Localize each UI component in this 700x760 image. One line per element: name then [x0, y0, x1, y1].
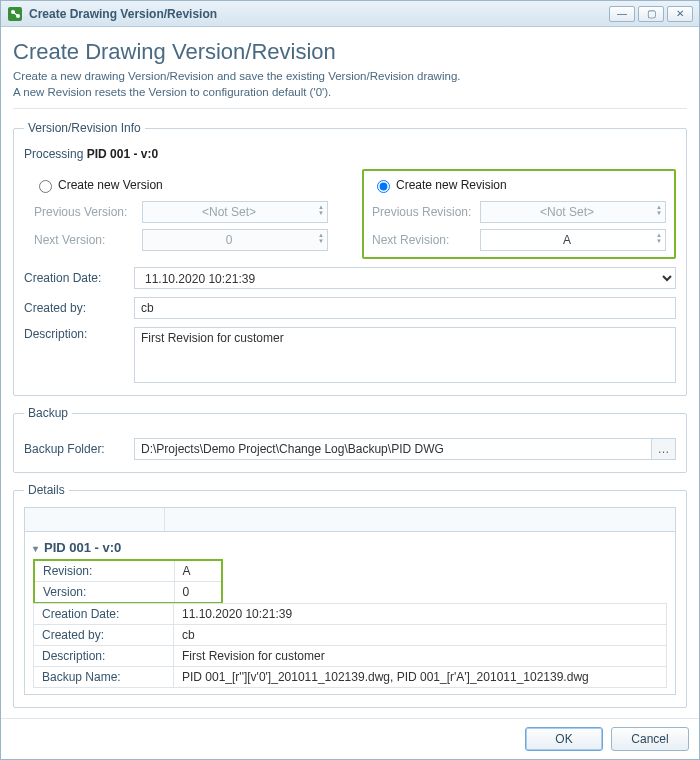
label-previous-version: Previous Version: [34, 205, 134, 219]
spinner-arrows-icon: ▲▼ [656, 204, 662, 220]
label-creation-date: Creation Date: [24, 271, 124, 285]
field-previous-version: <Not Set> ▲▼ [142, 201, 328, 223]
dialog-footer: OK Cancel [1, 718, 699, 759]
label-description: Description: [24, 327, 124, 341]
radio-create-revision[interactable] [377, 180, 390, 193]
titlebar[interactable]: Create Drawing Version/Revision — ▢ ✕ [1, 1, 699, 27]
cell-revision-k: Revision: [34, 560, 174, 582]
details-table: Creation Date: 11.10.2020 10:21:39 Creat… [33, 603, 667, 688]
label-next-revision: Next Revision: [372, 233, 472, 247]
radio-create-version-label: Create new Version [58, 178, 163, 192]
spinner-arrows-icon: ▲▼ [318, 232, 324, 248]
browse-button[interactable]: … [652, 438, 676, 460]
cell-revision-v: A [174, 560, 222, 582]
close-button[interactable]: ✕ [667, 6, 693, 22]
row-backup-name: Backup Name: PID 001_[r''][v'0']_201011_… [34, 667, 667, 688]
details-highlight-table: Revision: A Version: 0 [33, 559, 223, 604]
cell-version-k: Version: [34, 582, 174, 604]
scroll-area[interactable]: Version/Revision Info Processing PID 001… [13, 108, 687, 712]
radio-create-version[interactable] [39, 180, 52, 193]
page-desc-line2: A new Revision resets the Version to con… [13, 86, 331, 98]
details-box: PID 001 - v:0 Revision: A Version: 0 [24, 531, 676, 695]
row-version: Version: 0 [34, 582, 222, 604]
maximize-button[interactable]: ▢ [638, 6, 664, 22]
spinner-arrows-icon[interactable]: ▲▼ [656, 232, 662, 248]
app-icon [7, 6, 23, 22]
field-backup-folder[interactable] [134, 438, 652, 460]
group-details: Details PID 001 - v:0 Revision: A Versio… [13, 483, 687, 708]
label-backup-folder: Backup Folder: [24, 442, 124, 456]
label-next-version: Next Version: [34, 233, 134, 247]
row-created-by: Created by: cb [34, 625, 667, 646]
row-creation-date: Creation Date: 11.10.2020 10:21:39 [34, 604, 667, 625]
processing-value: PID 001 - v:0 [87, 147, 158, 161]
legend-info: Version/Revision Info [24, 121, 145, 135]
row-description: Description: First Revision for customer [34, 646, 667, 667]
spinner-arrows-icon: ▲▼ [318, 204, 324, 220]
page-desc-line1: Create a new drawing Version/Revision an… [13, 70, 460, 82]
dialog-content: Create Drawing Version/Revision Create a… [1, 27, 699, 718]
row-revision: Revision: A [34, 560, 222, 582]
field-next-version: 0 ▲▼ [142, 229, 328, 251]
details-heading[interactable]: PID 001 - v:0 [33, 540, 667, 555]
label-previous-revision: Previous Revision: [372, 205, 472, 219]
cell-version-v: 0 [174, 582, 222, 604]
dialog-window: Create Drawing Version/Revision — ▢ ✕ Cr… [0, 0, 700, 760]
legend-backup: Backup [24, 406, 72, 420]
page-title: Create Drawing Version/Revision [13, 39, 687, 65]
minimize-button[interactable]: — [609, 6, 635, 22]
ok-button[interactable]: OK [525, 727, 603, 751]
field-previous-revision: <Not Set> ▲▼ [480, 201, 666, 223]
group-version-revision-info: Version/Revision Info Processing PID 001… [13, 121, 687, 396]
column-revision: Create new Revision Previous Revision: <… [362, 169, 676, 259]
group-backup: Backup Backup Folder: … [13, 406, 687, 473]
legend-details: Details [24, 483, 69, 497]
column-version: Create new Version Previous Version: <No… [24, 169, 338, 259]
processing-label: Processing PID 001 - v:0 [24, 147, 676, 161]
page-description: Create a new drawing Version/Revision an… [13, 69, 687, 100]
field-created-by[interactable] [134, 297, 676, 319]
label-created-by: Created by: [24, 301, 124, 315]
field-description[interactable]: First Revision for customer [134, 327, 676, 383]
field-next-revision[interactable]: A ▲▼ [480, 229, 666, 251]
field-creation-date[interactable]: 11.10.2020 10:21:39 [134, 267, 676, 289]
details-tab-strip [24, 507, 676, 531]
radio-create-revision-label: Create new Revision [396, 178, 507, 192]
cancel-button[interactable]: Cancel [611, 727, 689, 751]
window-title: Create Drawing Version/Revision [29, 7, 606, 21]
